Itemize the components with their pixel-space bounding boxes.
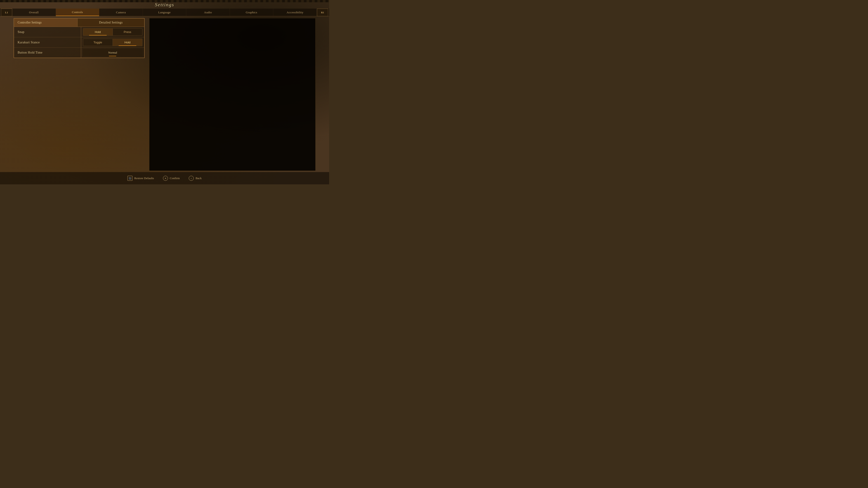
tab-audio[interactable]: Audio: [186, 8, 230, 16]
page-title: Settings: [155, 2, 174, 8]
restore-defaults-icon: ⬛: [127, 176, 132, 181]
tab-bar: L1 Overall Controls Camera Language Audi…: [0, 8, 329, 16]
controller-settings-label: Controller Settings: [14, 19, 77, 27]
restore-defaults-label: Restore Defaults: [134, 176, 154, 180]
karakuri-toggle-button[interactable]: Toggle: [83, 39, 113, 46]
karakuri-toggle-group: Toggle Hold: [83, 39, 143, 46]
snap-hold-button[interactable]: Hold: [83, 29, 113, 35]
l1-button[interactable]: L1: [1, 8, 12, 16]
back-label: Back: [195, 176, 202, 180]
button-hold-time-label: Button Hold Time: [14, 48, 81, 58]
karakuri-stance-row: Karakuri Stance Toggle Hold: [14, 37, 144, 48]
detailed-settings-button[interactable]: Detailed Settings: [77, 19, 144, 27]
snap-toggle-group: Hold Press: [83, 28, 143, 36]
snap-press-button[interactable]: Press: [113, 29, 142, 35]
preview-panel: [149, 18, 315, 171]
snap-label: Snap: [14, 27, 81, 37]
button-hold-time-row: Button Hold Time Normal: [14, 48, 144, 58]
back-action[interactable]: ○ Back: [189, 176, 202, 181]
settings-panel: Controller Settings Detailed Settings Sn…: [13, 18, 145, 171]
tab-language[interactable]: Language: [143, 8, 186, 16]
tab-camera[interactable]: Camera: [99, 8, 143, 16]
bottom-bar: ⬛ Restore Defaults ✕ Confirm ○ Back: [0, 172, 329, 184]
karakuri-hold-button[interactable]: Hold: [113, 39, 142, 46]
back-icon: ○: [189, 176, 194, 181]
button-hold-time-value[interactable]: Normal: [83, 49, 143, 56]
main-content: Controller Settings Detailed Settings Sn…: [13, 18, 315, 171]
tab-controls[interactable]: Controls: [56, 8, 99, 16]
confirm-icon: ✕: [163, 176, 168, 181]
tabs-container: Overall Controls Camera Language Audio G…: [12, 8, 317, 16]
settings-table: Controller Settings Detailed Settings Sn…: [13, 18, 145, 58]
tab-graphics[interactable]: Graphics: [230, 8, 274, 16]
tab-overall[interactable]: Overall: [12, 8, 56, 16]
confirm-action[interactable]: ✕ Confirm: [163, 176, 180, 181]
karakuri-stance-value-cell: Toggle Hold: [81, 37, 145, 47]
tab-accessibility[interactable]: Accessibility: [273, 8, 317, 16]
r1-button[interactable]: R1: [317, 8, 328, 16]
button-hold-time-value-cell: Normal: [81, 48, 145, 58]
confirm-label: Confirm: [170, 176, 180, 180]
snap-value-cell: Hold Press: [81, 27, 145, 37]
restore-defaults-action[interactable]: ⬛ Restore Defaults: [127, 176, 154, 181]
snap-row: Snap Hold Press: [14, 27, 144, 37]
karakuri-stance-label: Karakuri Stance: [14, 37, 81, 47]
settings-header-row: Controller Settings Detailed Settings: [14, 19, 144, 27]
